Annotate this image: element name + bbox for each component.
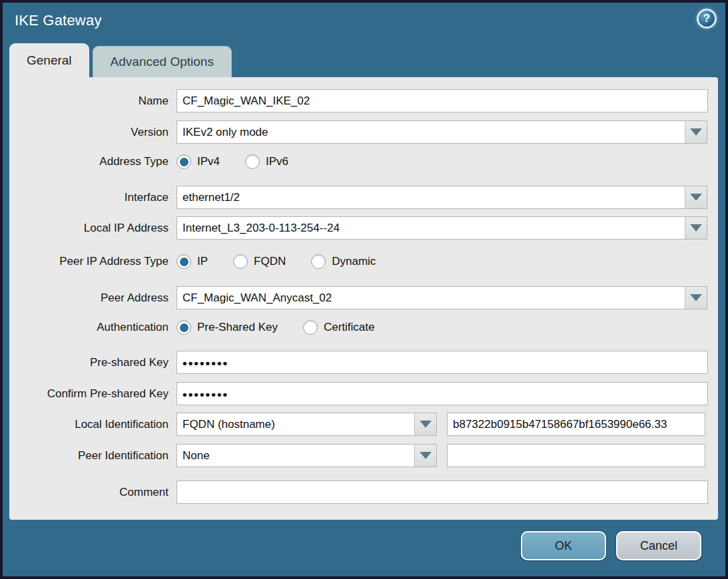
chevron-down-icon xyxy=(690,194,702,201)
peer-address-dropdown[interactable]: CF_Magic_WAN_Anycast_02 xyxy=(177,286,707,309)
radio-certificate-label: Certificate xyxy=(324,321,375,334)
form-row-name: Name xyxy=(9,89,718,112)
confirm-pre-shared-key-label: Confirm Pre-shared Key xyxy=(9,387,169,401)
form-row-pre-shared-key: Pre-shared Key xyxy=(9,351,718,374)
pre-shared-key-label: Pre-shared Key xyxy=(9,356,169,369)
local-identification-type-dropdown[interactable]: FQDN (hostname) xyxy=(177,413,437,436)
form-row-authentication: Authentication Pre-Shared Key Certificat… xyxy=(9,317,718,337)
form-row-comment: Comment xyxy=(9,481,718,504)
interface-dropdown-button[interactable] xyxy=(685,186,707,208)
radio-pre-shared-key[interactable]: Pre-Shared Key xyxy=(177,320,278,335)
radio-ipv6[interactable]: IPv6 xyxy=(245,154,288,169)
radio-dynamic-label: Dynamic xyxy=(332,255,376,268)
comment-input[interactable] xyxy=(177,481,708,504)
form-row-peer-ip-type: Peer IP Address Type IP FQDN Dynamic xyxy=(9,252,718,272)
form-row-interface: Interface ethernet1/2 xyxy=(9,186,718,209)
form-row-peer-address: Peer Address CF_Magic_WAN_Anycast_02 xyxy=(9,286,718,309)
dialog-title: IKE Gateway xyxy=(15,12,102,29)
radio-ipv4-label: IPv4 xyxy=(197,155,220,168)
peer-address-value: CF_Magic_WAN_Anycast_02 xyxy=(177,287,685,309)
version-dropdown-button[interactable] xyxy=(685,121,707,143)
address-type-label: Address Type xyxy=(9,155,169,168)
local-ip-dropdown[interactable]: Internet_L3_203-0-113-254--24 xyxy=(177,216,707,240)
chevron-down-icon xyxy=(690,294,702,301)
chevron-down-icon xyxy=(690,224,702,232)
radio-peer-ip[interactable]: IP xyxy=(177,254,208,269)
confirm-pre-shared-key-input[interactable] xyxy=(177,382,708,405)
radio-ipv6-label: IPv6 xyxy=(266,155,288,168)
pre-shared-key-input[interactable] xyxy=(177,351,708,374)
local-ip-value: Internet_L3_203-0-113-254--24 xyxy=(177,217,685,239)
radio-dynamic[interactable]: Dynamic xyxy=(311,254,376,269)
tab-bar: General Advanced Options xyxy=(9,43,232,77)
general-tab-panel: Name Version IKEv2 only mode Address Typ… xyxy=(9,77,718,520)
peer-address-dropdown-button[interactable] xyxy=(685,287,707,309)
local-ip-label: Local IP Address xyxy=(9,222,169,235)
version-value: IKEv2 only mode xyxy=(177,121,685,143)
ike-gateway-dialog: IKE Gateway ? General Advanced Options N… xyxy=(0,0,728,579)
local-identification-type-value: FQDN (hostname) xyxy=(177,413,414,435)
interface-value: ethernet1/2 xyxy=(177,186,685,208)
interface-label: Interface xyxy=(9,191,169,204)
peer-address-label: Peer Address xyxy=(9,291,169,305)
ok-button[interactable]: OK xyxy=(521,531,606,560)
form-row-address-type: Address Type IPv4 IPv6 xyxy=(9,152,718,172)
radio-fqdn-label: FQDN xyxy=(254,255,286,268)
name-input[interactable] xyxy=(177,89,708,112)
local-identification-label: Local Identification xyxy=(9,418,169,431)
help-icon[interactable]: ? xyxy=(697,9,717,29)
radio-fqdn[interactable]: FQDN xyxy=(233,254,286,269)
authentication-label: Authentication xyxy=(9,321,169,334)
local-identification-dropdown-button[interactable] xyxy=(414,413,436,435)
radio-peer-ip-circle[interactable] xyxy=(177,254,191,269)
radio-fqdn-circle[interactable] xyxy=(233,254,248,269)
radio-ipv4[interactable]: IPv4 xyxy=(177,154,220,169)
radio-certificate[interactable]: Certificate xyxy=(303,320,375,335)
peer-identification-label: Peer Identification xyxy=(9,449,169,463)
local-ip-dropdown-button[interactable] xyxy=(685,217,707,239)
version-dropdown[interactable]: IKEv2 only mode xyxy=(177,120,707,144)
local-identification-value-input[interactable] xyxy=(447,413,705,436)
radio-ipv6-circle[interactable] xyxy=(245,154,260,169)
chevron-down-icon xyxy=(690,128,702,136)
cancel-button[interactable]: Cancel xyxy=(616,531,701,560)
tab-general-label: General xyxy=(27,53,72,68)
comment-label: Comment xyxy=(9,486,169,499)
tab-general[interactable]: General xyxy=(9,43,89,77)
form-row-confirm-pre-shared-key: Confirm Pre-shared Key xyxy=(9,382,718,405)
peer-identification-dropdown-button[interactable] xyxy=(414,445,436,467)
radio-psk-label: Pre-Shared Key xyxy=(197,321,278,334)
form-row-version: Version IKEv2 only mode xyxy=(9,120,718,144)
form-row-local-ip: Local IP Address Internet_L3_203-0-113-2… xyxy=(9,216,718,240)
tab-advanced-options-label: Advanced Options xyxy=(111,55,214,69)
radio-certificate-circle[interactable] xyxy=(303,320,318,335)
radio-peer-ip-label: IP xyxy=(197,255,208,268)
peer-identification-type-dropdown[interactable]: None xyxy=(177,444,437,467)
peer-identification-type-value: None xyxy=(177,445,414,467)
name-label: Name xyxy=(9,95,169,108)
title-bar: IKE Gateway ? xyxy=(3,3,725,43)
version-label: Version xyxy=(9,126,169,139)
radio-psk-circle[interactable] xyxy=(177,320,191,335)
interface-dropdown[interactable]: ethernet1/2 xyxy=(177,186,707,209)
chevron-down-icon xyxy=(420,452,432,459)
peer-identification-value-input[interactable] xyxy=(447,444,705,467)
form-row-peer-identification: Peer Identification None xyxy=(9,444,718,467)
radio-ipv4-circle[interactable] xyxy=(177,154,191,169)
form-row-local-identification: Local Identification FQDN (hostname) xyxy=(9,413,718,436)
tab-advanced-options[interactable]: Advanced Options xyxy=(93,46,232,77)
chevron-down-icon xyxy=(420,421,432,428)
radio-dynamic-circle[interactable] xyxy=(311,254,326,269)
peer-ip-type-label: Peer IP Address Type xyxy=(9,255,169,268)
